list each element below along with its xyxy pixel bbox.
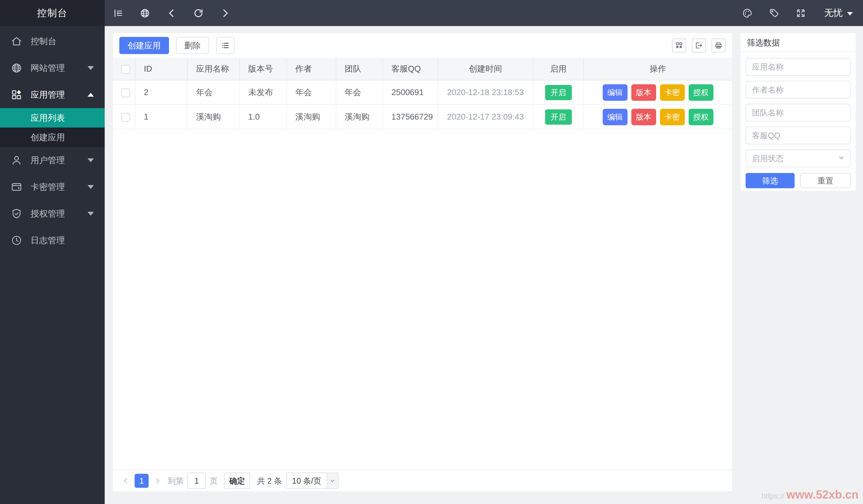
- author-name-filter-input[interactable]: [746, 81, 851, 99]
- filter-title: 筛选数据: [740, 33, 856, 52]
- page-1-button[interactable]: 1: [135, 474, 149, 488]
- column-header: 应用名称: [187, 58, 240, 80]
- filter-panel: 筛选数据 启用状态 筛选 重置: [740, 33, 856, 191]
- cell-enabled: 开启: [533, 80, 584, 105]
- column-header: ID: [135, 58, 187, 80]
- row-select: [113, 105, 135, 129]
- back-button[interactable]: [158, 0, 185, 26]
- app-list-card: 创建应用 删除: [113, 33, 732, 491]
- sidebar-item-app-list[interactable]: 应用列表: [0, 108, 105, 128]
- language-globe-button[interactable]: [132, 0, 158, 26]
- chevron-down-icon: [88, 185, 94, 189]
- filter-inputs: [746, 58, 851, 150]
- app-name-filter-input[interactable]: [746, 58, 851, 76]
- cell-actions: 编辑版本卡密授权: [584, 80, 732, 105]
- sidebar-item-create-app[interactable]: 创建应用: [0, 128, 105, 147]
- edit-action-button[interactable]: 编辑: [603, 84, 627, 101]
- topbar: 无忧: [105, 0, 863, 26]
- sidebar-item-users[interactable]: 用户管理: [0, 147, 105, 173]
- row-checkbox[interactable]: [121, 113, 130, 122]
- table-row: 2年会未发布年会年会25006912020-12-18 23:18:53开启编辑…: [113, 80, 732, 105]
- sidebar-item-label: 控制台: [30, 36, 56, 47]
- cell-id: 1: [135, 105, 187, 129]
- cell-id: 2: [135, 80, 187, 105]
- cell-actions: 编辑版本卡密授权: [584, 105, 732, 129]
- row-checkbox[interactable]: [121, 88, 130, 97]
- goto-suffix-label: 页: [210, 476, 218, 486]
- printer-icon: [714, 41, 723, 50]
- pagination: 1 到第 页 确定 共 2 条 10 条/页: [113, 470, 732, 491]
- goto-page-input[interactable]: [187, 473, 206, 489]
- username: 无忧: [824, 7, 843, 20]
- shield-icon: [11, 208, 22, 219]
- forward-button[interactable]: [212, 0, 238, 26]
- sidebar-menu: 控制台网站管理应用管理应用列表创建应用用户管理卡密管理授权管理日志管理: [0, 26, 105, 254]
- prev-page-button[interactable]: [119, 474, 132, 488]
- edit-action-button[interactable]: 编辑: [603, 109, 627, 125]
- main-content: 创建应用 删除: [105, 26, 863, 504]
- authorize-action-button[interactable]: 授权: [689, 109, 713, 125]
- export-button[interactable]: [692, 38, 706, 52]
- enabled-badge[interactable]: 开启: [545, 85, 572, 100]
- authorize-action-button[interactable]: 授权: [689, 84, 713, 101]
- chevron-down-icon: [88, 66, 94, 70]
- select-all-checkbox[interactable]: [121, 65, 130, 74]
- goto-prefix-label: 到第: [168, 476, 184, 486]
- columns-icon: [675, 41, 683, 50]
- column-header: 版本号: [240, 58, 287, 80]
- sidebar-item-website[interactable]: 网站管理: [0, 55, 105, 81]
- cell-author: 年会: [287, 80, 336, 105]
- columns-toggle-button[interactable]: [672, 38, 686, 52]
- cell-qq: 2500691: [383, 80, 438, 105]
- card-toolbar: 创建应用 删除: [113, 33, 732, 58]
- sidebar-item-label: 卡密管理: [30, 181, 65, 193]
- table-row: 1溪淘购1.0溪淘购溪淘购1375667292020-12-17 23:09:4…: [113, 105, 732, 129]
- tag-button[interactable]: [761, 0, 787, 26]
- cell-app-name: 溪淘购: [187, 105, 240, 129]
- version-action-button[interactable]: 版本: [631, 84, 656, 101]
- column-header: 创建时间: [438, 58, 533, 80]
- confirm-page-button[interactable]: 确定: [224, 473, 250, 489]
- sidebar-item-label: 网站管理: [30, 62, 65, 74]
- sidebar-item-logs[interactable]: 日志管理: [0, 227, 105, 254]
- list-view-button[interactable]: [216, 37, 235, 54]
- fullscreen-button[interactable]: [787, 0, 814, 26]
- team-name-filter-input[interactable]: [746, 104, 851, 121]
- clock-icon: [11, 235, 22, 246]
- print-button[interactable]: [712, 38, 726, 52]
- export-icon: [695, 41, 703, 50]
- cell-version: 未发布: [240, 80, 287, 105]
- sidebar-item-cards[interactable]: 卡密管理: [0, 173, 105, 200]
- refresh-button[interactable]: [185, 0, 212, 26]
- enabled-badge[interactable]: 开启: [545, 109, 572, 125]
- service-qq-filter-input[interactable]: [746, 127, 851, 144]
- column-header: 启用: [533, 58, 584, 80]
- cell-version: 1.0: [240, 105, 287, 129]
- cell-team: 年会: [336, 80, 383, 105]
- page-size-select[interactable]: 10 条/页: [286, 473, 339, 489]
- enabled-status-select[interactable]: 启用状态: [746, 150, 851, 167]
- sidebar-item-label: 日志管理: [30, 235, 65, 246]
- card-action-button[interactable]: 卡密: [660, 109, 685, 125]
- version-action-button[interactable]: 版本: [631, 109, 656, 125]
- delete-button[interactable]: 删除: [176, 37, 209, 54]
- column-header: 团队: [336, 58, 383, 80]
- sidebar-item-auth[interactable]: 授权管理: [0, 200, 105, 227]
- total-count-label: 共 2 条: [257, 476, 282, 486]
- next-page-button[interactable]: [151, 474, 164, 488]
- card-action-button[interactable]: 卡密: [660, 84, 685, 101]
- submenu-apps: 应用列表创建应用: [0, 108, 105, 147]
- user-menu[interactable]: 无忧: [814, 0, 863, 26]
- sidebar-item-apps[interactable]: 应用管理: [0, 81, 105, 108]
- cell-team: 溪淘购: [336, 105, 383, 129]
- create-app-button[interactable]: 创建应用: [119, 37, 169, 54]
- filter-reset-button[interactable]: 重置: [800, 173, 851, 188]
- theme-palette-button[interactable]: [734, 0, 761, 26]
- filter-submit-button[interactable]: 筛选: [746, 173, 795, 188]
- page-size-value: 10 条/页: [287, 476, 326, 486]
- enabled-status-placeholder: 启用状态: [752, 153, 784, 164]
- sidebar-item-dashboard[interactable]: 控制台: [0, 28, 105, 55]
- collapse-sidebar-button[interactable]: [105, 0, 132, 26]
- sidebar-item-label: 应用管理: [30, 89, 65, 101]
- table-header-row: ID应用名称版本号作者团队客服QQ创建时间启用操作: [113, 58, 732, 80]
